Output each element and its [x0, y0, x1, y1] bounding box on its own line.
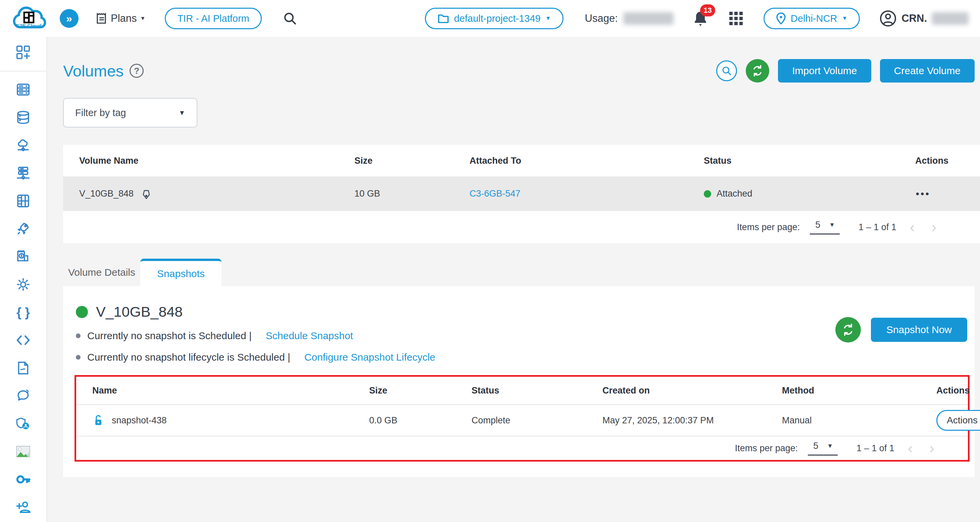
curly-braces-icon: { }	[16, 306, 30, 319]
plans-receipt-icon	[96, 13, 107, 24]
col-method: Method	[782, 386, 936, 396]
help-icon[interactable]: ?	[130, 64, 144, 78]
sidebar-item-api[interactable]: { }	[16, 305, 30, 320]
main-content: Volumes ? Import Volume Create Volume Fi…	[47, 37, 980, 522]
add-user-icon	[16, 500, 30, 515]
items-per-page-select[interactable]: 5 ▼	[810, 220, 840, 235]
sidebar-item-security[interactable]	[16, 416, 30, 431]
volumes-table-header: Volume Name Size Attached To Status Acti…	[63, 145, 980, 176]
e2e-cloud-logo[interactable]: E2E Cloud	[11, 3, 46, 34]
sidebar-item-launch[interactable]	[16, 221, 30, 236]
region-name-label: Delhi-NCR	[791, 13, 837, 24]
snapshot-now-button[interactable]: Snapshot Now	[871, 318, 967, 342]
status-dot	[704, 190, 711, 198]
location-pin-icon	[776, 12, 786, 25]
plans-menu[interactable]: Plans ▼	[96, 13, 145, 24]
usage-value-redacted	[623, 12, 674, 25]
col-volume-name: Volume Name	[79, 155, 355, 166]
filter-by-tag-dropdown[interactable]: Filter by tag ▼	[63, 98, 197, 127]
document-icon	[16, 361, 30, 375]
sidebar-item-settings[interactable]	[16, 277, 30, 292]
logo-label: E2E Cloud	[16, 23, 41, 29]
project-name-label: default-project-1349	[454, 13, 541, 24]
notification-count-badge: 13	[700, 4, 715, 16]
edit-tags-icon[interactable]	[141, 188, 152, 200]
sidebar-divider	[0, 71, 47, 71]
configure-lifecycle-link[interactable]: Configure Snapshot Lifecycle	[304, 352, 435, 363]
key-icon	[16, 472, 30, 487]
sidebar-item-code[interactable]	[16, 333, 30, 347]
sidebar-item-api-keys[interactable]	[16, 472, 30, 487]
broken-image-icon	[16, 445, 30, 458]
snapshot-actions-dropdown[interactable]: Actions ▾	[936, 410, 980, 431]
tir-platform-button[interactable]: TIR - AI Platform	[165, 8, 261, 29]
folder-icon	[437, 13, 449, 24]
items-per-page-select[interactable]: 5 ▼	[808, 441, 838, 455]
sidebar-item-storage[interactable]	[16, 194, 30, 208]
project-selector[interactable]: default-project-1349 ▼	[425, 8, 563, 29]
sidebar-item-database[interactable]	[16, 110, 30, 125]
table-row[interactable]: snapshot-438 0.0 GB Complete May 27, 202…	[76, 405, 968, 436]
table-search-button[interactable]	[716, 60, 737, 81]
col-status: Status	[704, 155, 915, 166]
items-per-page-label: Items per page:	[735, 443, 798, 454]
sidebar-item-cloud-network[interactable]	[16, 138, 30, 152]
snapshot-created-on: May 27, 2025, 12:00:37 PM	[603, 415, 782, 426]
snapshot-pagination: Items per page: 5 ▼ 1 – 1 of 1 ‹ ›	[76, 436, 968, 460]
crn-label: CRN.	[902, 13, 927, 24]
top-navigation-bar: E2E Cloud » Plans ▼ TIR - AI Platform de…	[0, 0, 980, 37]
usage-indicator: Usage:	[585, 12, 674, 25]
grid-apps-icon	[728, 10, 744, 27]
sidebar-navigation: { }	[0, 37, 47, 522]
notifications-button[interactable]: 13	[692, 10, 708, 27]
global-search-button[interactable]	[283, 11, 298, 26]
volume-status-dot	[76, 306, 88, 318]
search-icon	[283, 11, 298, 26]
prev-page-icon[interactable]: ‹	[905, 441, 916, 455]
table-row[interactable]: V_10GB_848 10 GB C3-6GB-547 Attached •••	[63, 176, 980, 211]
snapshot-table-header: Name Size Status Created on Method Actio…	[76, 377, 968, 405]
sidebar-item-billing[interactable]	[16, 249, 30, 264]
col-actions: Actions	[915, 155, 980, 166]
storage-cabinet-icon	[16, 194, 30, 208]
col-created-on: Created on	[603, 386, 782, 396]
server-rack-icon	[16, 82, 30, 97]
refresh-volumes-button[interactable]	[746, 59, 769, 83]
page-range: 1 – 1 of 1	[856, 443, 894, 454]
col-size: Size	[355, 155, 469, 166]
tir-platform-label: TIR - AI Platform	[177, 13, 249, 24]
actions-label: Actions	[947, 415, 978, 426]
sidebar-item-support[interactable]	[16, 389, 30, 403]
refresh-icon	[841, 323, 855, 337]
cloud-logo-icon	[11, 3, 46, 34]
prev-page-icon[interactable]: ‹	[907, 220, 918, 235]
sidebar-item-compute[interactable]	[16, 82, 30, 97]
next-page-icon[interactable]: ›	[926, 441, 938, 455]
snapshot-name: snapshot-438	[112, 415, 167, 426]
panel-volume-name: V_10GB_848	[96, 304, 183, 320]
sidebar-item-node-server[interactable]	[16, 166, 30, 181]
dashboard-icon	[16, 45, 30, 60]
refresh-snapshots-button[interactable]	[835, 317, 861, 343]
database-icon	[16, 110, 30, 125]
tab-volume-details[interactable]: Volume Details	[63, 259, 140, 286]
sidebar-item-dashboard[interactable]	[16, 45, 30, 60]
attached-node-link[interactable]: C3-6GB-547	[469, 189, 520, 198]
snapshot-size: 0.0 GB	[369, 415, 471, 426]
create-volume-button[interactable]: Create Volume	[880, 59, 975, 83]
code-brackets-icon	[16, 333, 30, 347]
row-actions-menu[interactable]: •••	[915, 188, 964, 200]
next-page-icon[interactable]: ›	[928, 220, 940, 235]
region-selector[interactable]: Delhi-NCR ▼	[764, 8, 860, 29]
import-volume-button[interactable]: Import Volume	[778, 59, 871, 83]
filter-label: Filter by tag	[75, 107, 126, 118]
sidebar-item-add-user[interactable]	[16, 500, 30, 515]
sidebar-expand-button[interactable]: »	[60, 9, 78, 28]
sidebar-item-images[interactable]	[16, 444, 30, 459]
sidebar-item-documents[interactable]	[16, 361, 30, 375]
tab-snapshots[interactable]: Snapshots	[140, 259, 221, 286]
apps-menu-button[interactable]	[728, 10, 744, 27]
account-menu[interactable]: CRN.	[879, 10, 969, 27]
schedule-snapshot-link[interactable]: Schedule Snapshot	[266, 330, 353, 341]
double-arrow-icon: »	[66, 13, 72, 25]
